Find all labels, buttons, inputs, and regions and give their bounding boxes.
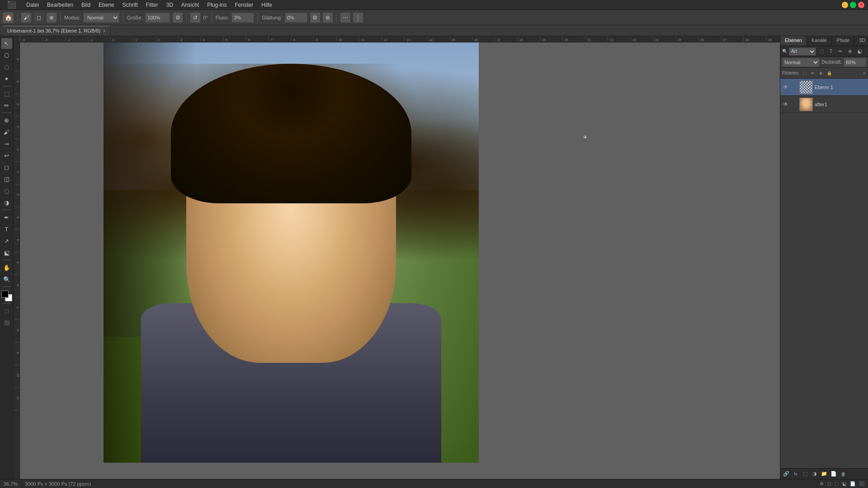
document-dimensions: 3000 Px × 3000 Px (72 ppcm) xyxy=(25,481,91,487)
ruler-v-tick: 11 xyxy=(14,388,19,410)
ruler-v-tick: 3 xyxy=(14,207,19,230)
layer-mask-button[interactable]: ⬚ xyxy=(801,470,809,478)
fill-lock-icon-4[interactable]: 🔒 xyxy=(826,70,833,77)
fill-lock-icon-3[interactable]: ⊕ xyxy=(817,70,825,77)
layer-visibility-ebene1[interactable]: 👁 xyxy=(782,84,789,91)
gradient-tool[interactable]: ◫ xyxy=(1,174,12,184)
screen-mode-tool[interactable]: ⬛ xyxy=(1,317,12,328)
quick-mask-tool[interactable]: ⬚ xyxy=(1,305,12,316)
menu-3d[interactable]: 3D xyxy=(162,1,176,9)
filter-icon[interactable]: ⋯ xyxy=(340,13,350,23)
eyedropper-tool[interactable]: ✏ xyxy=(1,100,12,111)
menu-ebene[interactable]: Ebene xyxy=(95,1,118,9)
group-button[interactable]: 📁 xyxy=(820,470,828,478)
pen-tool[interactable]: ✒ xyxy=(1,212,12,223)
spot-heal-tool[interactable]: ⊕ xyxy=(1,115,12,126)
minimize-button[interactable]: — xyxy=(842,2,848,8)
size-input[interactable]: 100% xyxy=(145,13,170,23)
ruler-tick: -2 xyxy=(65,36,88,42)
layer-tb-btn-2[interactable]: T xyxy=(827,47,835,56)
dodge-tool[interactable]: ◑ xyxy=(1,197,12,208)
zoom-tool[interactable]: 🔍 xyxy=(1,274,12,285)
fill-lock-icon-2[interactable]: ✏ xyxy=(809,70,816,77)
menu-filter[interactable]: Filter xyxy=(142,1,162,9)
selection-tool[interactable]: ⬡ xyxy=(1,50,12,61)
history-brush-tool[interactable]: ↩ xyxy=(1,150,12,161)
angle-icon[interactable]: ↺ xyxy=(190,13,200,23)
document-tab[interactable]: Unbenannt-1 bei 36,7% (Ebene 1, RGB/8) × xyxy=(3,26,111,36)
toolbar-separator-6 xyxy=(258,13,258,22)
blend-mode-select[interactable]: Normal xyxy=(782,58,820,67)
right-panels: Ebenen Kanäle Pfade 3D 🔍 Art ⬚ T ✏ ⊕ ⬕ xyxy=(780,36,868,479)
flow-input[interactable] xyxy=(231,13,254,23)
foreground-color-swatch[interactable] xyxy=(1,291,9,298)
settings-icon[interactable]: ⚙ xyxy=(310,13,320,23)
fill-lock-icon-1[interactable]: ⬚ xyxy=(801,70,808,77)
opacity-input[interactable] xyxy=(844,58,866,67)
menu-bearbeiten[interactable]: Bearbeiten xyxy=(43,1,77,9)
menu-ansicht[interactable]: Ansicht xyxy=(178,1,203,9)
layer-tb-btn-3[interactable]: ✏ xyxy=(836,47,844,56)
crop-tool[interactable]: ⬚ xyxy=(1,88,12,99)
path-select-tool[interactable]: ↗ xyxy=(1,235,12,246)
layer-item-ebene1[interactable]: 👁 Ebene 1 xyxy=(780,79,868,96)
ruler-tick: 22 xyxy=(608,36,630,42)
tab-kanaele[interactable]: Kanäle xyxy=(807,36,832,46)
color-swatches[interactable] xyxy=(1,291,12,301)
menu-hilfe[interactable]: Hilfe xyxy=(258,1,276,9)
hand-tool[interactable]: ✋ xyxy=(1,262,12,273)
size-icon[interactable]: ⚙ xyxy=(173,13,183,23)
close-button[interactable]: ✕ xyxy=(858,2,864,8)
menu-plugins[interactable]: Plug-ins xyxy=(203,1,230,9)
tab-close-button[interactable]: × xyxy=(103,28,106,33)
extra-icon[interactable]: ⋮ xyxy=(353,13,363,23)
canvas-scroll-area[interactable] xyxy=(20,42,780,479)
brush-tool-icon[interactable]: 🖌 xyxy=(21,13,31,23)
move-tool[interactable]: ↖ xyxy=(1,38,12,49)
delete-layer-button[interactable]: 🗑 xyxy=(839,470,847,478)
tab-ebenen[interactable]: Ebenen xyxy=(780,36,807,46)
adjustment-button[interactable]: ◑ xyxy=(811,470,819,478)
text-tool[interactable]: T xyxy=(1,224,12,235)
magic-wand-tool[interactable]: ✦ xyxy=(1,73,12,84)
menu-fenster[interactable]: Fenster xyxy=(231,1,257,9)
layer-style-button[interactable]: fx xyxy=(792,470,800,478)
layer-thumb-ebene1 xyxy=(799,80,813,94)
mode-label: Modus: xyxy=(64,15,80,20)
menu-bar: ⬛ Datei Bearbeiten Bild Ebene Schrift Fi… xyxy=(0,0,868,10)
erase-tool-icon[interactable]: ◻ xyxy=(34,13,44,23)
ruler-tick: -3 xyxy=(42,36,65,42)
eraser-tool[interactable]: ◻ xyxy=(1,162,12,173)
blur-tool[interactable]: ◌ xyxy=(1,185,12,196)
brush-tool[interactable]: 🖌 xyxy=(1,127,12,137)
clone-stamp-tool[interactable]: ⊸ xyxy=(1,138,12,149)
shape-tool[interactable]: ⬕ xyxy=(1,247,12,258)
layer-tb-btn-4[interactable]: ⊕ xyxy=(846,47,854,56)
tab-pfade[interactable]: Pfade xyxy=(832,36,854,46)
layer-visibility-after1[interactable]: 👁 xyxy=(782,101,789,108)
layer-type-select[interactable]: Art xyxy=(789,47,816,56)
layer-tb-btn-1[interactable]: ⬚ xyxy=(817,47,826,56)
lasso-tool[interactable]: ◌ xyxy=(1,61,12,72)
home-button[interactable]: 🏠 xyxy=(3,12,14,23)
menu-bild[interactable]: Bild xyxy=(78,1,94,9)
smooth-input[interactable] xyxy=(285,13,307,23)
ruler-v-tick: 4 xyxy=(14,230,19,252)
status-icon-6: ⬛ xyxy=(859,481,864,486)
maximize-button[interactable]: □ xyxy=(850,2,856,8)
blend-opacity-row: Normal Deckkraft: xyxy=(780,57,868,68)
ruler-tick: 5 xyxy=(223,36,246,42)
symmetry-icon[interactable]: ⊛ xyxy=(323,13,333,23)
mode-select[interactable]: Normal xyxy=(83,13,119,23)
clone-tool-icon[interactable]: ⊕ xyxy=(47,13,57,23)
link-layers-button[interactable]: 🔗 xyxy=(782,470,790,478)
menu-datei[interactable]: Datei xyxy=(23,1,42,9)
zoom-level: 36,7% xyxy=(4,481,18,487)
menu-schrift[interactable]: Schrift xyxy=(119,1,142,9)
tab-3d[interactable]: 3D xyxy=(854,36,868,46)
new-layer-button[interactable]: 📄 xyxy=(830,470,838,478)
layer-lock-after1 xyxy=(791,101,797,108)
ruler-tick: 27 xyxy=(721,36,743,42)
layer-tb-btn-5[interactable]: ⬕ xyxy=(855,47,863,56)
layer-item-after1[interactable]: 👁 after1 xyxy=(780,96,868,113)
